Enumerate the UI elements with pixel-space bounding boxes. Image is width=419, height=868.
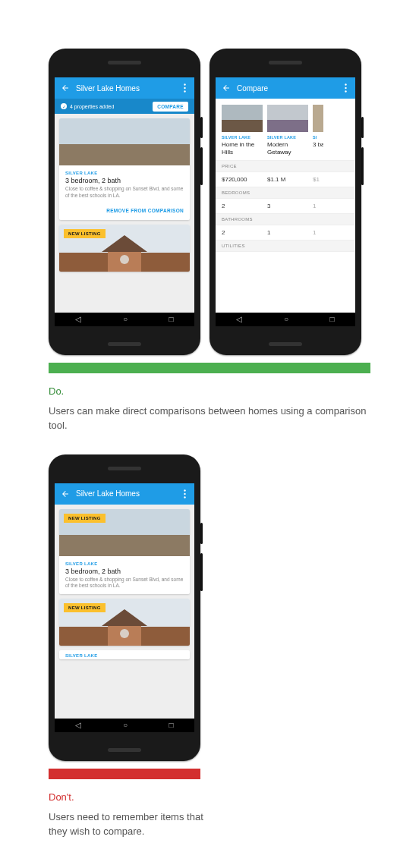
property-image: NEW LISTING [59, 599, 190, 646]
svg-point-1 [184, 87, 185, 89]
dont-label: Don't. [49, 791, 419, 803]
compare-section-utilities: UTILITIES [216, 240, 355, 252]
compare-location: SILVER LAKE [267, 135, 308, 140]
android-nav-bar: ◁ ○ □ [55, 313, 194, 326]
compare-location: SI [313, 135, 323, 140]
nav-back-icon[interactable]: ◁ [75, 722, 81, 729]
property-title: 3 bedroom, 2 bath [65, 568, 184, 575]
compare-value: 3 [267, 203, 308, 209]
nav-back-icon[interactable]: ◁ [75, 316, 81, 323]
property-card[interactable]: NEW LISTING [59, 225, 190, 272]
compare-value: 2 [222, 203, 263, 209]
property-image: NEW LISTING [59, 225, 190, 272]
phone-compare-view: Compare SILVER LAKE Home in the Hi [210, 49, 361, 355]
compare-section-bedrooms: BEDROOMS [216, 187, 355, 199]
compare-name: Home in the Hills [222, 141, 263, 156]
property-card[interactable]: SILVER LAKE [59, 650, 190, 659]
nav-home-icon[interactable]: ○ [284, 316, 288, 323]
do-caption: Users can make direct comparisons betwee… [49, 404, 370, 433]
nav-recents-icon[interactable]: □ [169, 316, 174, 323]
back-arrow-icon[interactable] [222, 83, 232, 93]
property-location: SILVER LAKE [65, 653, 184, 658]
property-image: NEW LISTING [59, 509, 190, 556]
compare-value: 2 [222, 229, 263, 236]
property-card[interactable]: NEW LISTING [59, 599, 190, 646]
new-listing-badge: NEW LISTING [64, 229, 106, 238]
compare-thumbnail[interactable] [267, 105, 308, 132]
svg-point-5 [345, 90, 346, 92]
comparison-subbar: ✓ 4 properties added COMPARE [55, 99, 194, 114]
property-description: Close to coffee & shopping on Sunset Blv… [65, 577, 184, 590]
app-bar: Silver Lake Homes [55, 77, 194, 99]
compare-section-price: PRICE [216, 160, 355, 172]
property-location: SILVER LAKE [65, 561, 184, 566]
remove-from-comparison-link[interactable]: REMOVE FROM COMPARISON [106, 208, 184, 213]
nav-home-icon[interactable]: ○ [123, 722, 128, 729]
compare-value: $720,000 [222, 176, 263, 183]
compare-section-bathrooms: BATHROOMS [216, 213, 355, 225]
appbar-title: Silver Lake Homes [71, 84, 181, 93]
compare-value: 1 [313, 203, 323, 209]
nav-recents-icon[interactable]: □ [169, 722, 174, 729]
back-arrow-icon[interactable] [61, 83, 71, 93]
do-indicator-bar [49, 363, 370, 373]
overflow-menu-icon[interactable] [342, 83, 349, 93]
compare-thumbnail[interactable] [313, 105, 323, 132]
svg-point-2 [184, 90, 185, 92]
compare-value: 1 [313, 229, 323, 236]
nav-home-icon[interactable]: ○ [123, 316, 128, 323]
phone-listing-with-compare: Silver Lake Homes ✓ 4 properties added C… [49, 49, 200, 355]
svg-point-0 [184, 83, 185, 85]
android-nav-bar: ◁ ○ □ [55, 719, 194, 732]
overflow-menu-icon[interactable] [181, 489, 188, 498]
app-bar: Compare [216, 77, 355, 99]
property-card[interactable]: SILVER LAKE 3 bedroom, 2 bath Close to c… [59, 118, 190, 220]
android-nav-bar: ◁ ○ □ [216, 313, 355, 326]
nav-back-icon[interactable]: ◁ [236, 316, 242, 323]
appbar-title: Silver Lake Homes [71, 489, 181, 498]
svg-point-6 [184, 489, 185, 491]
do-label: Do. [49, 385, 419, 397]
svg-point-7 [184, 492, 185, 494]
subbar-text: 4 properties added [70, 104, 114, 109]
compare-value: $1 [313, 176, 323, 183]
do-example-row: Silver Lake Homes ✓ 4 properties added C… [49, 49, 419, 355]
compare-thumbnail[interactable] [222, 105, 263, 132]
svg-point-4 [345, 87, 346, 89]
property-description: Close to coffee & shopping on Sunset Blv… [65, 186, 184, 200]
dont-indicator-bar [49, 769, 200, 779]
property-card[interactable]: NEW LISTING SILVER LAKE 3 bedroom, 2 bat… [59, 509, 190, 595]
compare-value: 1 [267, 229, 308, 236]
new-listing-badge: NEW LISTING [64, 514, 106, 523]
new-listing-badge: NEW LISTING [64, 603, 106, 612]
app-bar: Silver Lake Homes [55, 483, 194, 505]
compare-name: 3 ba [313, 141, 323, 149]
compare-location: SILVER LAKE [222, 135, 263, 140]
back-arrow-icon[interactable] [61, 489, 71, 498]
property-image [59, 118, 190, 165]
phone-listing-no-compare: Silver Lake Homes NEW LISTING SILVER LAK… [49, 454, 200, 761]
compare-value: $1.1 M [267, 176, 308, 183]
property-location: SILVER LAKE [65, 171, 184, 175]
check-circle-icon: ✓ [61, 103, 67, 109]
compare-button[interactable]: COMPARE [153, 102, 188, 112]
nav-recents-icon[interactable]: □ [330, 316, 335, 323]
svg-point-3 [345, 83, 346, 85]
dont-caption: Users need to remember items that they w… [49, 810, 216, 839]
compare-name: Modern Getaway [267, 141, 308, 156]
property-title: 3 bedroom, 2 bath [65, 177, 184, 184]
overflow-menu-icon[interactable] [181, 83, 188, 93]
svg-point-8 [184, 496, 185, 498]
appbar-title: Compare [232, 84, 342, 93]
